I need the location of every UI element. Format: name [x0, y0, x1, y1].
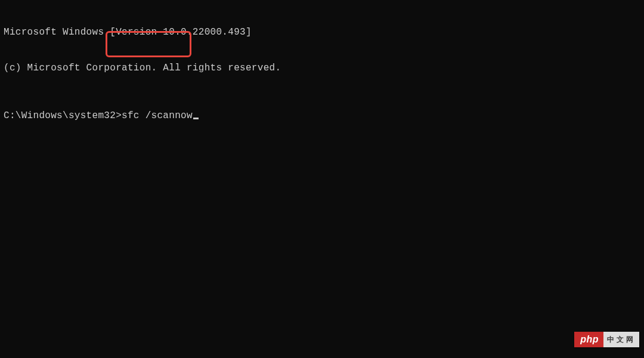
command-input[interactable]: sfc /scannow	[122, 110, 193, 122]
header-line-2: (c) Microsoft Corporation. All rights re…	[4, 62, 640, 74]
terminal-output[interactable]: Microsoft Windows [Version 10.0.22000.49…	[4, 2, 640, 134]
watermark-left: php	[574, 332, 603, 347]
prompt-text: C:\Windows\system32>	[4, 110, 122, 122]
prompt-line[interactable]: C:\Windows\system32>sfc /scannow	[4, 110, 640, 122]
watermark-right: 中文网	[603, 332, 639, 347]
watermark-badge: php 中文网	[574, 332, 639, 347]
cursor-icon	[193, 118, 199, 119]
header-line-1: Microsoft Windows [Version 10.0.22000.49…	[4, 26, 640, 38]
